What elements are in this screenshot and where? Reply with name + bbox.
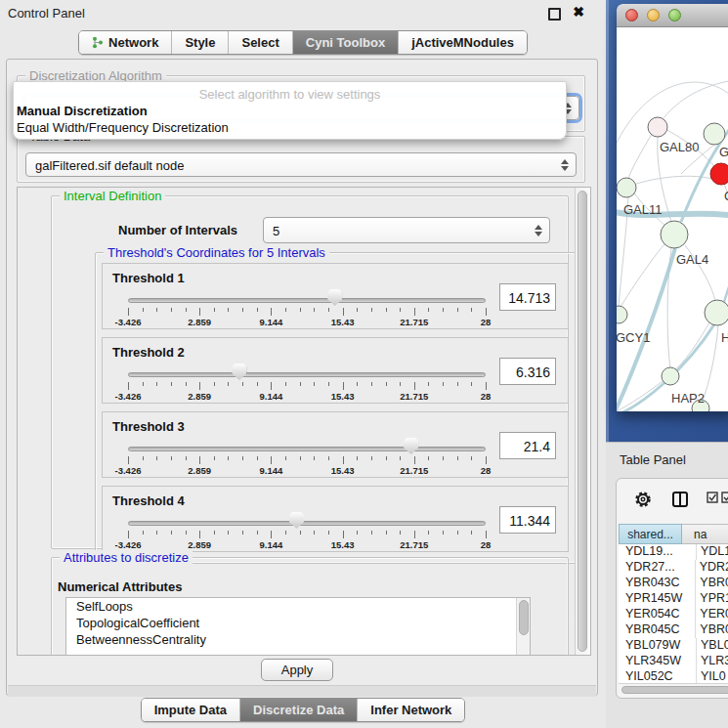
float-window-icon[interactable] [548, 8, 561, 21]
number-of-intervals-value: 5 [273, 223, 279, 237]
table-cell-name[interactable]: YDR2 [696, 560, 728, 576]
tab-style[interactable]: Style [171, 31, 228, 54]
table-row[interactable]: YDL19...YDL1 [619, 544, 728, 560]
tab-discretize-data[interactable]: Discretize Data [239, 699, 357, 721]
threshold-slider-track[interactable] [128, 298, 486, 303]
algorithm-option[interactable]: Manual Discretization [17, 104, 148, 118]
network-node[interactable] [662, 367, 679, 385]
node-table-container: shared... na YDL19...YDL1YDR27...YDR2YBR… [616, 478, 728, 699]
tab-select[interactable]: Select [228, 31, 291, 54]
table-cell-shared-name[interactable]: YLR345W [619, 654, 697, 669]
numerical-attributes-list[interactable]: SelfLoopsTopologicalCoefficientBetweenne… [65, 597, 531, 656]
table-cell-name[interactable]: YLR3 [697, 654, 728, 669]
threshold-slider-thumb[interactable] [327, 289, 342, 306]
number-of-intervals-combobox[interactable]: 5 [263, 217, 550, 243]
network-node[interactable] [661, 221, 688, 248]
network-node[interactable] [705, 300, 728, 325]
table-header-row: shared... na [619, 524, 728, 544]
close-icon[interactable]: ✖ [573, 4, 584, 20]
table-row[interactable]: YIL052CYIL0 [619, 669, 728, 683]
minimize-traffic-light-icon[interactable] [647, 9, 660, 21]
table-cell-name[interactable]: YBR0 [696, 576, 728, 591]
table-row[interactable]: YBR043CYBR0 [619, 576, 728, 591]
tab-network[interactable]: Network [79, 31, 171, 54]
page-title: Control Panel [8, 6, 85, 21]
table-cell-name[interactable]: YPR1 [696, 591, 728, 607]
slider-tick [271, 531, 272, 538]
table-cell-shared-name[interactable]: YDR27... [619, 560, 696, 576]
threshold-label: Threshold 1 [112, 271, 185, 285]
threshold-slider-thumb[interactable] [232, 364, 246, 380]
network-canvas[interactable]: GAL80GCGAL11GAL4GCY1HHAP2 [617, 27, 728, 411]
slider-tick [228, 382, 229, 386]
table-row[interactable]: YLR345WYLR3 [619, 654, 728, 669]
slider-tick-label: -3.426 [115, 391, 142, 402]
threshold-slider-track[interactable] [128, 372, 486, 377]
network-node-label: GAL4 [676, 252, 708, 267]
table-cell-shared-name[interactable]: YIL052C [619, 669, 697, 683]
table-cell-shared-name[interactable]: YBR043C [619, 576, 696, 591]
table-cell-name[interactable]: YDL1 [697, 544, 728, 560]
table-row[interactable]: YBL079WYBL0 [619, 638, 728, 654]
table-cell-shared-name[interactable]: YPR145W [619, 591, 696, 607]
table-cell-shared-name[interactable]: YER054C [619, 607, 696, 622]
slider-tick [400, 456, 401, 460]
algorithm-option[interactable]: Equal Width/Frequency Discretization [17, 120, 229, 135]
attribute-list-item[interactable]: SelfLoops [66, 598, 530, 615]
close-traffic-light-icon[interactable] [625, 9, 638, 21]
network-node[interactable] [648, 117, 667, 137]
gear-icon[interactable] [634, 491, 652, 508]
threshold-value-field[interactable]: 21.4 [499, 432, 556, 459]
slider-tick [285, 531, 286, 535]
slider-tick [271, 308, 272, 316]
table-cell-name[interactable]: YER0 [696, 607, 728, 622]
table-cell-shared-name[interactable]: YDL19... [619, 544, 697, 560]
column-header-shared-name[interactable]: shared... [619, 524, 682, 544]
network-window-titlebar[interactable] [617, 4, 728, 27]
threshold-value-field[interactable]: 6.316 [499, 358, 556, 385]
slider-tick-label: 15.43 [331, 317, 355, 327]
threshold-slider-track[interactable] [128, 521, 486, 526]
table-cell-shared-name[interactable]: YBL079W [619, 638, 697, 654]
attribute-list-item[interactable]: BetweennessCentrality [66, 631, 530, 648]
table-row[interactable]: YER054CYER0 [619, 607, 728, 622]
tab-jactivemnodules[interactable]: jActiveMNodules [398, 31, 527, 54]
attributes-list-scrollbar[interactable] [516, 598, 530, 656]
table-cell-shared-name[interactable]: YBR045C [619, 622, 696, 638]
slider-tick [386, 531, 387, 535]
slider-tick-label: 9.144 [260, 465, 283, 476]
threshold-value-field[interactable]: 11.344 [499, 506, 556, 534]
slider-tick [371, 456, 372, 460]
tab-cyni-toolbox[interactable]: Cyni Toolbox [292, 31, 398, 54]
network-node[interactable] [710, 163, 728, 185]
combo-arrows-icon [561, 159, 569, 171]
slider-tick-label: 28 [481, 539, 492, 550]
column-header-name[interactable]: na [682, 524, 728, 544]
network-node[interactable] [617, 178, 636, 197]
slider-tick [343, 308, 344, 316]
threshold-slider-thumb[interactable] [404, 438, 418, 454]
table-horizontal-scrollbar[interactable] [619, 683, 728, 696]
attribute-list-item[interactable]: TopologicalCoefficient [66, 615, 530, 631]
table-cell-name[interactable]: YBR0 [696, 622, 728, 638]
threshold-panel: Threshold 4-3.4262.8599.14415.4321.71528… [102, 486, 569, 552]
table-row[interactable]: YPR145WYPR1 [619, 591, 728, 607]
tab-infer-network[interactable]: Infer Network [357, 699, 464, 721]
checkbox-filter-icons[interactable] [707, 491, 728, 504]
split-columns-icon[interactable] [671, 491, 689, 508]
table-row[interactable]: YBR045CYBR0 [619, 622, 728, 638]
table-cell-name[interactable]: YBL0 [697, 638, 728, 654]
zoom-traffic-light-icon[interactable] [668, 9, 681, 21]
apply-button[interactable]: Apply [261, 659, 333, 681]
table-cell-name[interactable]: YIL0 [697, 669, 726, 683]
threshold-slider-track[interactable] [128, 447, 486, 451]
threshold-slider-thumb[interactable] [289, 512, 304, 529]
threshold-value-field[interactable]: 14.713 [499, 283, 556, 311]
network-node[interactable] [617, 306, 627, 323]
table-row[interactable]: YDR27...YDR2 [619, 560, 728, 576]
tab-impute-data[interactable]: Impute Data [142, 699, 239, 721]
table-data-combobox[interactable]: galFiltered.sif default node [25, 152, 577, 177]
network-node[interactable] [704, 123, 725, 145]
slider-tick [186, 531, 187, 535]
settings-vertical-scrollbar[interactable] [575, 188, 590, 655]
